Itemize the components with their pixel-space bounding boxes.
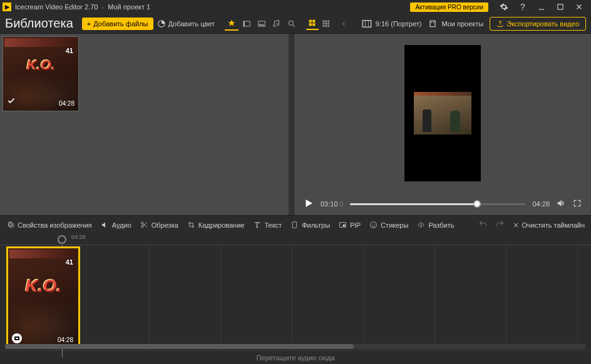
preview-panel: 03:10.0 04:28 [294,34,591,215]
video-content [414,92,471,134]
svg-rect-15 [326,23,327,24]
my-projects-button[interactable]: Мои проекты [428,19,483,28]
svg-rect-4 [244,21,245,26]
total-time: 04:28 [532,200,550,208]
help-icon[interactable]: ? [513,0,532,14]
scrollbar-thumb[interactable] [5,344,354,349]
library-item[interactable]: 41 K.O. 04:28 [3,36,79,111]
timeline-clip[interactable]: 41 K.O. 04:28 [6,246,80,349]
app-name: Icecream Video Editor 2.70 [15,3,98,11]
export-button[interactable]: Экспортировать видео [490,17,586,31]
split-tool[interactable]: Разбить [417,221,454,229]
view-large-grid-icon[interactable] [306,18,319,30]
preview-canvas [294,34,591,193]
add-color-button[interactable]: Добавить цвет [153,17,218,31]
svg-rect-8 [313,20,316,23]
progress-bar[interactable] [350,203,527,205]
svg-rect-17 [323,25,325,27]
player-controls: 03:10.0 04:28 [294,193,591,215]
filter-image-icon[interactable] [255,17,269,31]
timeline-scrollbar[interactable] [5,344,586,349]
svg-point-24 [433,21,434,23]
progress-fill [350,203,477,205]
title-separator: - [101,3,104,11]
svg-rect-7 [309,20,312,23]
filter-video-icon[interactable] [240,17,254,31]
export-label: Экспортировать видео [506,20,579,28]
clear-timeline-button[interactable]: Очистить таймлайн [512,221,585,229]
video-frame [404,45,481,181]
titlebar: ▶ Icecream Video Editor 2.70 - Мой проек… [0,0,591,14]
svg-point-30 [371,222,377,228]
export-icon [496,20,504,28]
ruler-tick: 04:28 [71,234,86,240]
timeline-tracks[interactable]: 41 K.O. 04:28 [0,245,591,350]
redo-button[interactable] [495,220,505,230]
collapse-library-button[interactable] [336,16,351,31]
game-score: 41 [66,47,73,54]
pip-tool[interactable]: PiP [339,221,361,229]
library-item-duration: 04:28 [59,100,75,107]
check-icon [7,96,16,107]
view-small-grid-icon[interactable] [320,18,332,30]
svg-rect-14 [323,23,325,24]
library-panel: 41 K.O. 04:28 [0,34,294,215]
main-area: 41 K.O. 04:28 03:10.0 [0,34,591,215]
filter-favorites-icon[interactable] [225,17,239,31]
project-name: Мой проект 1 [108,3,150,11]
timeline-ruler[interactable]: 04:28 [0,234,591,245]
maximize-button[interactable] [551,0,570,14]
crop-tool[interactable]: Кадрирование [187,221,245,229]
play-button[interactable] [303,198,314,211]
trim-tool[interactable]: Обрезка [140,221,178,229]
main-toolbar: Библиотека + Добавить файлы Добавить цве… [0,14,591,34]
volume-icon[interactable] [556,198,566,210]
svg-rect-1 [558,4,563,9]
audio-tool[interactable]: Аудио [101,221,131,229]
search-icon[interactable] [285,17,299,31]
playhead[interactable] [58,235,66,244]
text-tool[interactable]: Текст [253,221,282,229]
svg-rect-0 [539,9,544,10]
library-title: Библиотека [5,16,73,31]
color-wheel-icon [157,19,166,28]
edit-toolbar: Свойства изображения Аудио Обрезка Кадри… [0,215,591,234]
filter-audio-icon[interactable] [270,17,284,31]
clip-type-badge [12,333,22,343]
svg-rect-10 [313,23,316,26]
view-icons [306,18,332,30]
image-properties-tool[interactable]: Свойства изображения [6,221,92,229]
library-scrollbar[interactable] [289,34,294,215]
svg-rect-19 [328,25,330,27]
aspect-ratio-label: 9:16 (Портрет) [376,20,422,28]
minimize-button[interactable] [532,0,551,14]
svg-rect-9 [309,23,312,26]
add-color-label: Добавить цвет [168,20,215,28]
undo-button[interactable] [478,220,488,230]
add-files-label: Добавить файлы [93,20,148,28]
audio-drop-zone[interactable]: Перетащите аудио сюда [0,350,591,364]
progress-handle[interactable] [473,200,481,208]
fullscreen-icon[interactable] [572,198,582,210]
stickers-tool[interactable]: Стикеры [369,221,408,229]
svg-rect-18 [326,25,327,27]
add-files-button[interactable]: + Добавить файлы [82,18,153,30]
close-icon [512,221,520,229]
aspect-ratio-button[interactable]: 9:16 (Портрет) [362,19,422,28]
svg-rect-16 [328,23,330,24]
svg-point-23 [431,21,433,23]
filters-tool[interactable]: Фильтры [290,221,330,229]
svg-rect-22 [430,21,435,26]
activate-pro-button[interactable]: Активация PRO версии [410,3,488,12]
svg-rect-29 [343,225,346,226]
my-projects-label: Мои проекты [441,20,483,28]
svg-rect-11 [323,21,325,23]
svg-point-32 [374,224,375,225]
timeline: 04:28 41 K.O. 04:28 Перетащите аудио сюд… [0,234,591,364]
film-reel-icon [428,19,438,28]
settings-icon[interactable] [495,0,513,14]
svg-point-6 [289,21,293,25]
close-button[interactable] [570,0,588,14]
svg-point-31 [372,224,373,225]
clip-duration: 04:28 [58,336,73,343]
